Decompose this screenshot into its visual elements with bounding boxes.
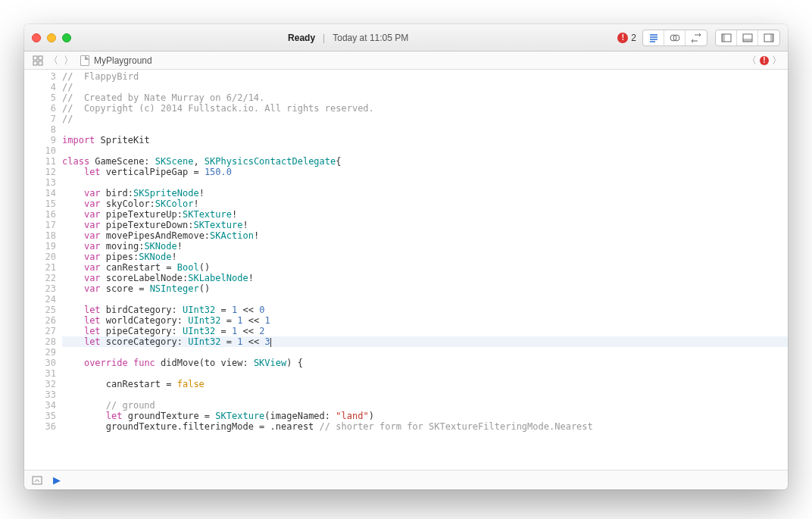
code-line[interactable]: let birdCategory: UInt32 = 1 << 0 [62,305,788,315]
next-issue-button[interactable]: 〉 [772,54,782,67]
debug-area-toggle[interactable] [32,476,42,485]
line-number: 24 [24,294,56,305]
line-number: 19 [24,241,56,252]
code-line[interactable]: var bird:SKSpriteNode! [62,188,788,199]
venn-icon [670,33,680,43]
code-line[interactable]: // FlappyBird [62,71,788,82]
line-number: 29 [24,347,56,358]
code-line[interactable]: class GameScene: SKScene, SKPhysicsConta… [62,156,788,167]
code-line[interactable]: groundTexture.filteringMode = .nearest /… [62,421,788,432]
panel-toggle-group [715,30,780,46]
code-line[interactable]: let worldCategory: UInt32 = 1 << 1 [62,315,788,326]
left-panel-toggle[interactable] [716,30,737,45]
code-area[interactable]: // FlappyBird//// Created by Nate Murray… [62,70,788,470]
bottom-panel-toggle[interactable] [737,30,758,45]
code-line[interactable]: var pipeTextureDown:SKTexture! [62,220,788,230]
line-number: 14 [24,188,56,199]
line-number-gutter: 3456789101112131415161718192021222324252… [24,70,62,470]
line-number: 21 [24,262,56,273]
editor-mode-group [642,30,707,46]
minimize-window-button[interactable] [47,33,56,42]
code-line[interactable]: var canRestart = Bool() [62,262,788,273]
line-number: 10 [24,145,56,156]
jump-bar: 〈 〉 MyPlayground 〈 〉 [24,52,788,70]
code-line[interactable]: override func didMove(to view: SKView) { [62,358,788,368]
code-line[interactable] [62,177,788,188]
status-time: Today at 11:05 PM [333,33,408,43]
line-number: 16 [24,209,56,220]
line-number: 15 [24,199,56,209]
panel-right-icon [764,33,774,43]
close-window-button[interactable] [32,33,41,42]
code-line[interactable]: canRestart = false [62,379,788,389]
line-number: 28 [24,336,56,347]
nav-forward-button[interactable]: 〉 [61,54,76,67]
code-line[interactable] [62,389,788,400]
line-number: 4 [24,82,56,92]
code-line[interactable]: var score = NSInteger() [62,283,788,294]
code-line[interactable]: let scoreCategory: UInt32 = 1 << 3 [62,336,788,347]
code-line[interactable]: // Copyright (c) 2014 Fullstack.io. All … [62,103,788,114]
code-line[interactable]: // [62,114,788,124]
svg-rect-5 [743,39,752,42]
svg-rect-8 [33,56,37,60]
separator: | [323,33,325,43]
code-line[interactable]: var scoreLabelNode:SKLabelNode! [62,273,788,283]
zoom-window-button[interactable] [62,33,71,42]
line-number: 11 [24,156,56,167]
line-number: 33 [24,389,56,400]
issue-indicator[interactable]: 2 [617,33,636,43]
debug-bar: ▶ [24,470,788,489]
titlebar: Ready | Today at 11:05 PM 2 [24,24,788,52]
code-line[interactable]: // [62,82,788,92]
traffic-lights [32,33,71,42]
error-icon [617,33,628,43]
nav-back-button[interactable]: 〈 [45,54,61,67]
right-panel-toggle[interactable] [758,30,779,45]
code-line[interactable]: var pipes:SKNode! [62,252,788,262]
xcode-window: Ready | Today at 11:05 PM 2 [24,24,788,489]
line-number: 22 [24,273,56,283]
code-line[interactable]: let verticalPipeGap = 150.0 [62,167,788,177]
code-line[interactable]: // Created by Nate Murray on 6/2/14. [62,92,788,103]
line-number: 7 [24,114,56,124]
code-line[interactable]: var movePipesAndRemove:SKAction! [62,230,788,241]
code-line[interactable]: var skyColor:SKColor! [62,199,788,209]
svg-rect-11 [39,61,42,65]
code-line[interactable] [62,124,788,135]
toolbar-right [642,30,780,46]
assistant-editor-button[interactable] [664,30,686,45]
line-number: 31 [24,368,56,379]
line-number: 35 [24,411,56,421]
path-filename[interactable]: MyPlayground [94,55,152,66]
line-number: 6 [24,103,56,114]
error-icon[interactable] [760,56,769,65]
code-line[interactable] [62,347,788,358]
code-line[interactable]: var pipeTextureUp:SKTexture! [62,209,788,220]
code-line[interactable] [62,294,788,305]
code-line[interactable] [62,145,788,156]
code-line[interactable]: let pipeCategory: UInt32 = 1 << 2 [62,326,788,336]
prev-issue-button[interactable]: 〈 [747,54,757,67]
text-cursor [270,338,271,347]
source-editor[interactable]: 3456789101112131415161718192021222324252… [24,70,788,470]
svg-rect-9 [39,56,42,60]
code-line[interactable]: import SpriteKit [62,135,788,145]
panel-up-icon [32,476,42,485]
line-number: 18 [24,230,56,241]
code-line[interactable]: var moving:SKNode! [62,241,788,252]
line-number: 3 [24,71,56,82]
line-number: 36 [24,421,56,432]
code-line[interactable] [62,368,788,379]
line-number: 32 [24,379,56,389]
code-line[interactable]: // ground [62,400,788,411]
run-playground-button[interactable]: ▶ [53,474,61,486]
code-line[interactable]: let groundTexture = SKTexture(imageNamed… [62,411,788,421]
line-number: 34 [24,400,56,411]
file-icon [80,55,89,66]
line-number: 8 [24,124,56,135]
line-number: 23 [24,283,56,294]
related-items-button[interactable] [30,54,45,67]
standard-editor-button[interactable] [643,30,664,45]
version-editor-button[interactable] [686,30,707,45]
